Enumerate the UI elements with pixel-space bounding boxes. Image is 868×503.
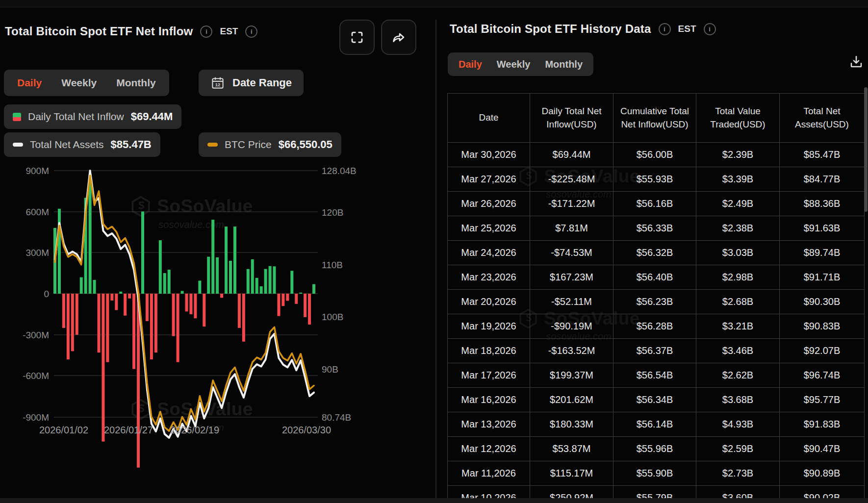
cell-cumulative: $56.23B (613, 290, 696, 314)
cell-cumulative: $55.96B (613, 437, 696, 461)
net-inflow-chart[interactable]: 900M600M300M0-300M-600M-900M128.04B120B1… (0, 0, 435, 503)
table-scrollbar[interactable] (864, 87, 868, 212)
inflow-bar (216, 257, 219, 294)
cell-cumulative: $56.40B (613, 265, 696, 290)
cell-daily: $69.44M (530, 143, 613, 167)
table-panel-title: Total Bitcoin Spot ETF History Data (450, 22, 651, 36)
tab-daily[interactable]: Daily (459, 59, 482, 70)
left-axis-tick: -600M (23, 371, 49, 381)
right-axis-tick: 128.04B (322, 166, 357, 176)
inflow-bar (198, 280, 201, 294)
x-axis-tick: 2026/01/02 (39, 425, 88, 435)
cell-traded: $3.46B (696, 339, 780, 363)
left-axis-tick: -900M (23, 412, 49, 423)
table-row: Mar 12,2026$53.87M$55.96B$2.59B$90.47B (447, 437, 865, 461)
cell-date: Mar 30,2026 (447, 143, 530, 167)
download-button[interactable] (845, 51, 867, 73)
inflow-bar (251, 259, 254, 294)
cell-assets: $96.74B (780, 363, 865, 388)
cell-assets: $89.74B (780, 241, 865, 265)
table-row: Mar 13,2026$180.33M$56.14B$4.93B$91.83B (447, 412, 865, 437)
cell-cumulative: $56.37B (613, 339, 696, 363)
x-axis-tick: 2026/02/19 (170, 425, 219, 435)
outflow-bar (304, 294, 306, 317)
inflow-bar (163, 273, 166, 294)
cell-date: Mar 24,2026 (447, 241, 530, 265)
tab-weekly[interactable]: Weekly (497, 59, 531, 70)
inflow-bar (207, 257, 210, 294)
left-axis-tick: 600M (26, 207, 49, 217)
right-axis-tick: 90B (322, 364, 338, 375)
inflow-bar (58, 209, 61, 294)
cell-date: Mar 27,2026 (447, 167, 530, 192)
cell-assets: $90.47B (780, 437, 865, 461)
outflow-bar (146, 294, 149, 321)
inflow-bar (290, 271, 293, 294)
left-axis-tick: -300M (23, 330, 49, 340)
right-axis-tick: 120B (322, 207, 343, 218)
cell-daily: -$225.48M (530, 167, 613, 192)
cell-assets: $90.89B (780, 461, 865, 486)
left-axis-tick: 0 (44, 289, 49, 299)
outflow-bar (172, 294, 175, 336)
outflow-bar (67, 294, 70, 359)
cell-cumulative: $55.90B (613, 461, 696, 486)
inflow-bar (89, 175, 92, 294)
cell-assets: $84.77B (780, 167, 865, 192)
bottom-bar (0, 498, 868, 503)
table-row: Mar 25,2026$7.81M$56.33B$2.38B$91.63B (447, 216, 865, 241)
cell-traded: $2.73B (696, 461, 780, 486)
cell-cumulative: $56.54B (613, 363, 696, 388)
cell-date: Mar 13,2026 (447, 412, 530, 437)
inflow-bar (273, 266, 276, 294)
outflow-bar (242, 294, 245, 342)
cell-assets: $88.36B (780, 192, 865, 216)
cell-daily: $53.87M (530, 437, 613, 461)
cell-daily: -$163.52M (530, 339, 613, 363)
outflow-bar (106, 294, 109, 362)
cell-traded: $3.21B (696, 314, 780, 339)
cell-cumulative: $56.34B (613, 388, 696, 412)
inflow-bar (211, 220, 214, 294)
timezone-label: EST (678, 24, 696, 34)
cell-traded: $2.68B (696, 290, 780, 314)
cell-assets: $95.77B (780, 388, 865, 412)
outflow-bar (286, 294, 289, 301)
cell-date: Mar 20,2026 (447, 290, 530, 314)
column-header: Total Value Traded(USD) (696, 93, 780, 143)
inflow-bar (247, 269, 250, 294)
cell-traded: $2.62B (696, 363, 780, 388)
info-icon[interactable]: i (704, 23, 716, 35)
cell-date: Mar 23,2026 (447, 265, 530, 290)
outflow-bar (154, 294, 157, 352)
outflow-bar (98, 294, 101, 352)
cell-daily: $115.17M (530, 461, 613, 486)
outflow-bar (102, 294, 104, 442)
outflow-bar (71, 294, 74, 351)
inflow-bar (181, 291, 184, 294)
x-axis-tick: 2026/03/30 (282, 425, 331, 435)
chart-canvas: 900M600M300M0-300M-600M-900M128.04B120B1… (0, 0, 435, 503)
cell-cumulative: $56.33B (613, 216, 696, 241)
cell-date: Mar 16,2026 (447, 388, 530, 412)
outflow-bar (220, 294, 223, 298)
outflow-bar (137, 294, 140, 468)
cell-daily: -$171.22M (530, 192, 613, 216)
cell-date: Mar 26,2026 (447, 192, 530, 216)
outflow-bar (128, 294, 131, 299)
right-axis-tick: 80.74B (322, 412, 351, 423)
table-row: Mar 20,2026-$52.11M$56.23B$2.68B$90.30B (447, 290, 865, 314)
outflow-bar (238, 294, 241, 328)
tab-monthly[interactable]: Monthly (545, 59, 583, 70)
cell-date: Mar 12,2026 (447, 437, 530, 461)
cell-traded: $2.39B (696, 143, 780, 167)
inflow-bar (80, 277, 83, 294)
sosovalue-dashboard: Total Bitcoin Spot ETF Net Inflow i EST … (0, 0, 868, 503)
info-icon[interactable]: i (659, 23, 671, 35)
outflow-bar (185, 294, 188, 311)
right-axis-tick: 100B (322, 312, 343, 322)
cell-date: Mar 19,2026 (447, 314, 530, 339)
cell-cumulative: $56.28B (613, 314, 696, 339)
inflow-bar (119, 292, 122, 294)
cell-cumulative: $55.93B (613, 167, 696, 192)
